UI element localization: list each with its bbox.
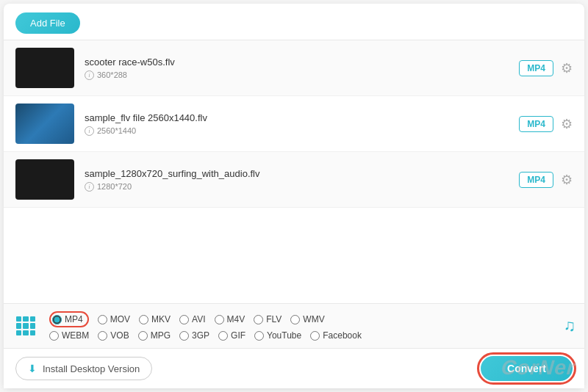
format-option-facebook[interactable]: Facebook xyxy=(310,330,362,341)
format-option-webm[interactable]: WEBM xyxy=(49,330,89,341)
settings-icon[interactable]: ⚙ xyxy=(561,172,573,188)
file-dims: i 2560*1440 xyxy=(85,126,519,136)
file-thumbnail xyxy=(15,159,74,200)
format-option-wmv[interactable]: WMV xyxy=(290,314,324,324)
format-option-gif[interactable]: GIF xyxy=(218,330,245,341)
download-icon: ⬇ xyxy=(28,363,37,374)
file-thumbnail xyxy=(15,104,74,144)
format-option-m4v[interactable]: M4V xyxy=(215,314,245,324)
format-option-mov[interactable]: MOV xyxy=(98,314,130,324)
install-desktop-button[interactable]: ⬇ Install Desktop Version xyxy=(15,357,152,380)
convert-button[interactable]: Convert xyxy=(481,356,573,381)
info-icon: i xyxy=(85,182,94,192)
file-name: scooter race-w50s.flv xyxy=(85,57,519,68)
file-actions: MP4 ⚙ xyxy=(519,116,573,132)
format-option-vob[interactable]: VOB xyxy=(98,330,129,341)
table-row: sample_1280x720_surfing_with_audio.flv i… xyxy=(4,152,584,208)
format-option-3gp[interactable]: 3GP xyxy=(179,330,209,341)
format-option-mp4[interactable]: MP4 xyxy=(49,311,89,327)
file-dims: i 360*288 xyxy=(85,70,519,80)
add-file-button[interactable]: Add File xyxy=(15,12,80,34)
bottom-bar: ⬇ Install Desktop Version Convert xyxy=(4,348,584,388)
format-option-flv[interactable]: FLV xyxy=(254,314,282,324)
format-badge[interactable]: MP4 xyxy=(519,172,553,188)
file-name: sample_flv file 2560x1440.flv xyxy=(85,112,519,123)
table-row: scooter race-w50s.flv i 360*288 MP4 ⚙ xyxy=(4,40,584,96)
file-info: scooter race-w50s.flv i 360*288 xyxy=(85,57,519,80)
format-option-avi[interactable]: AVI xyxy=(179,314,205,324)
format-bar: MP4 MOV MKV AVI M4V FLV WM xyxy=(4,303,584,348)
settings-icon[interactable]: ⚙ xyxy=(561,116,573,132)
header: Add File xyxy=(4,4,584,40)
grid-view-icon[interactable] xyxy=(12,313,39,339)
file-info: sample_flv file 2560x1440.flv i 2560*144… xyxy=(85,112,519,136)
format-option-mkv[interactable]: MKV xyxy=(139,314,171,324)
file-thumbnail xyxy=(15,48,74,88)
table-row: sample_flv file 2560x1440.flv i 2560*144… xyxy=(4,96,584,152)
file-actions: MP4 ⚙ xyxy=(519,60,573,76)
file-name: sample_1280x720_surfing_with_audio.flv xyxy=(85,168,519,179)
format-badge[interactable]: MP4 xyxy=(519,60,553,76)
format-options: MP4 MOV MKV AVI M4V FLV WM xyxy=(49,311,552,341)
format-badge[interactable]: MP4 xyxy=(519,116,553,132)
file-dims: i 1280*720 xyxy=(85,182,519,192)
convert-button-wrapper: Convert xyxy=(481,356,573,381)
music-icon[interactable]: ♫ xyxy=(564,316,576,335)
info-icon: i xyxy=(85,70,94,80)
info-icon: i xyxy=(85,126,94,136)
format-row-1: MP4 MOV MKV AVI M4V FLV WM xyxy=(49,311,552,327)
install-label: Install Desktop Version xyxy=(43,363,140,374)
file-actions: MP4 ⚙ xyxy=(519,172,573,188)
file-info: sample_1280x720_surfing_with_audio.flv i… xyxy=(85,168,519,192)
format-option-mpg[interactable]: MPG xyxy=(138,330,171,341)
main-container: Add File scooter race-w50s.flv i 360*288… xyxy=(4,4,584,388)
format-option-youtube[interactable]: YouTube xyxy=(254,330,301,341)
format-row-2: WEBM VOB MPG 3GP GIF YouTube xyxy=(49,330,552,341)
file-list: scooter race-w50s.flv i 360*288 MP4 ⚙ sa… xyxy=(4,40,584,303)
settings-icon[interactable]: ⚙ xyxy=(561,60,573,76)
